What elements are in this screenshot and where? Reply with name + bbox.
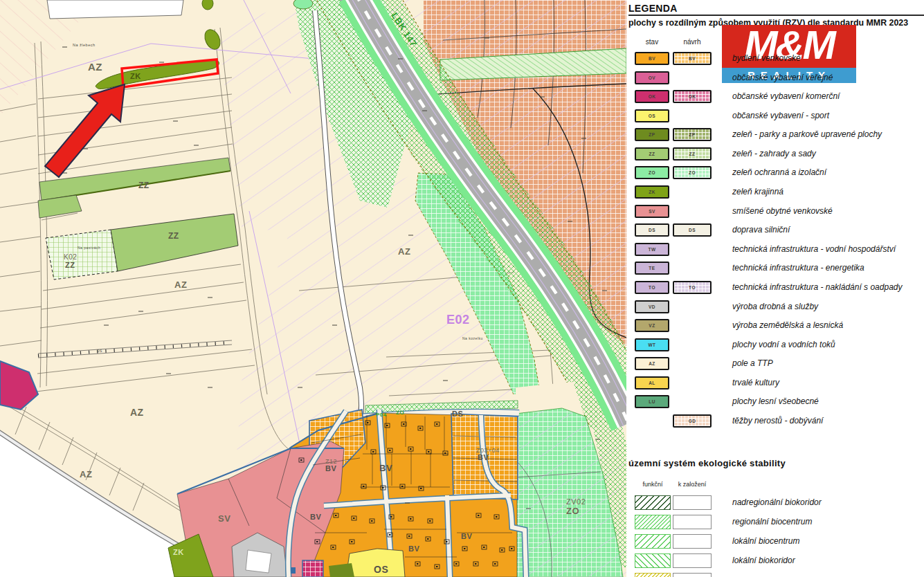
- legend-box-stav-OS: OS: [635, 109, 669, 122]
- legend-label-AZ: pole a TTP: [732, 358, 773, 368]
- map-label: BV: [478, 453, 489, 461]
- map-label: AZ: [174, 280, 187, 290]
- uses-box-funkcni: [635, 573, 671, 577]
- column-header-funkcni: funkční: [635, 481, 671, 488]
- map-label: BV: [310, 513, 321, 521]
- legend-label-ZO: zeleň ochranná a izolační: [732, 167, 826, 177]
- uses-box-funkcni: [635, 534, 671, 549]
- legend-box-navrh-ZO: ZO: [673, 166, 712, 179]
- map-label: ZK: [130, 72, 141, 80]
- legend-box-navrh-ZZ: ZZ: [673, 147, 712, 161]
- map-label: BV: [461, 532, 472, 540]
- legend-box-stav-ZO: ZO: [635, 166, 669, 179]
- map-label: ZV02: [566, 497, 586, 506]
- column-header-stav: stav: [635, 38, 669, 46]
- legend-box-stav-TO: TO: [635, 281, 669, 294]
- legend-box-stav-AZ: AZ: [635, 357, 669, 370]
- map-label: BV: [408, 544, 419, 553]
- legend-box-navrh-OK: OK: [673, 90, 712, 103]
- map-label: K02: [64, 253, 77, 261]
- legend-box-stav-ZZ: ZZ: [635, 147, 669, 161]
- legend-underline: [628, 15, 924, 16]
- legend-label-SV: smíšené obytné venkovské: [732, 206, 833, 216]
- map-label: DS: [452, 410, 463, 418]
- legend-box-stav-TW: TW: [635, 243, 669, 256]
- map-label: AZ: [88, 61, 102, 73]
- uses-box-kzalozeni: [673, 573, 712, 577]
- legend-box-stav-VZ: VZ: [635, 319, 669, 332]
- map-label: P04: [376, 412, 387, 418]
- legend-label-DS: doprava silniční: [732, 225, 790, 235]
- map-label: AZ: [398, 246, 410, 257]
- column-header-navrh: návrh: [673, 38, 712, 46]
- legend-box-stav-ZP: ZP: [635, 128, 669, 141]
- legend-label-OV: občanské vybavení veřejné: [732, 73, 833, 82]
- legend-label-OS: občanské vybavení - sport: [732, 111, 829, 120]
- legend-label-GD: těžby nerostů - dobývání: [732, 416, 823, 425]
- legend-label-TO: technická infrastruktura - nakládání s o…: [732, 282, 902, 292]
- legend-title: LEGENDA: [628, 3, 678, 14]
- column-header-kzalozeni: k založení: [673, 481, 712, 488]
- legend-label-TE: technická infrastruktura - energetika: [732, 263, 864, 273]
- map-label: Na pastvách: [78, 246, 100, 250]
- legend-label-TW: technická infrastruktura - vodní hospodá…: [732, 244, 896, 254]
- uses-box-funkcni: [635, 515, 671, 529]
- map-label: ZO: [566, 506, 579, 516]
- map-label: AZ: [80, 469, 92, 479]
- map-label: BV: [379, 463, 392, 473]
- legend-box-stav-WT: WT: [635, 338, 669, 351]
- map-label: SV: [218, 513, 230, 524]
- legend-label-AL: trvalé kultury: [732, 378, 779, 387]
- uses-label: regionální biocentrum: [732, 517, 812, 526]
- legend-panel: LEGENDA plochy s rozdílným způsobem využ…: [626, 0, 924, 577]
- uses-box-kzalozeni: [673, 553, 712, 568]
- legend-label-OK: občanské vybavení komerční: [732, 91, 840, 101]
- legend-label-VD: výroba drobná a služby: [732, 302, 818, 311]
- legend-box-stav-DS: DS: [635, 223, 669, 237]
- uses-label: lokální biocentrum: [732, 536, 799, 546]
- map-label: Na kozelku: [462, 336, 483, 340]
- map-label: AZ: [130, 407, 144, 418]
- uses-box-kzalozeni: [673, 534, 712, 549]
- map-label: Na žlebech: [73, 43, 96, 47]
- legend-box-stav-ZK: ZK: [635, 185, 669, 199]
- map-label: ZZ: [65, 261, 75, 269]
- uses-box-funkcni: [635, 553, 671, 568]
- uses-label: lokální biokoridor: [732, 556, 795, 565]
- legend-box-navrh-BV: BV: [673, 52, 712, 65]
- map-label: ZZ: [168, 231, 179, 241]
- legend-box-stav-SV: SV: [635, 205, 669, 218]
- legend-label-WT: plochy vodní a vodních toků: [732, 340, 835, 349]
- legend-box-navrh-DS: DS: [673, 223, 712, 237]
- zoning-map[interactable]: Na žlebechAZZKZZNa pastváchK02ZZZZAZDSAZ…: [0, 0, 626, 577]
- uses-box-funkcni: [635, 495, 671, 510]
- legend-box-navrh-GD: GD: [673, 414, 712, 428]
- white-band: [47, 0, 183, 19]
- map-label: ZZ: [138, 181, 150, 190]
- legend-label-ZP: zeleň - parky a parkově upravené plochy: [732, 129, 882, 139]
- legend-label-VZ: výroba zemědělská a lesnická: [732, 320, 843, 330]
- map-label: E02: [446, 313, 470, 327]
- legend-box-stav-TE: TE: [635, 262, 669, 275]
- zoning-map-screenshot: Na žlebechAZZKZZNa pastváchK02ZZZZAZDSAZ…: [0, 0, 924, 577]
- legend-box-navrh-TO: TO: [673, 281, 712, 294]
- map-label: DS: [97, 349, 102, 353]
- map-label: BV: [325, 464, 336, 473]
- legend-box-stav-BV: BV: [635, 52, 669, 65]
- legend-box-navrh-ZP: ZP: [673, 128, 712, 141]
- legend-label-BV: bydlení venkovské: [732, 53, 801, 63]
- map-label: ZO: [396, 410, 404, 416]
- legend-box-stav-OV: OV: [635, 71, 669, 84]
- legend-box-stav-LU: LU: [635, 395, 669, 408]
- uses-box-kzalozeni: [673, 515, 712, 529]
- legend-box-stav-VD: VD: [635, 300, 669, 313]
- legend-box-stav-OK: OK: [635, 90, 669, 103]
- uses-box-kzalozeni: [673, 495, 712, 510]
- legend-box-stav-AL: AL: [635, 376, 669, 390]
- legend-label-LU: plochy lesní všeobecné: [732, 396, 819, 406]
- legend-label-ZK: zeleň krajinná: [732, 187, 783, 196]
- uses-title: územní systém ekologické stability: [628, 458, 786, 468]
- map-label: ZK: [173, 548, 184, 556]
- legend-label-ZZ: zeleň - zahrady a sady: [732, 149, 816, 158]
- map-label: OS: [374, 564, 388, 575]
